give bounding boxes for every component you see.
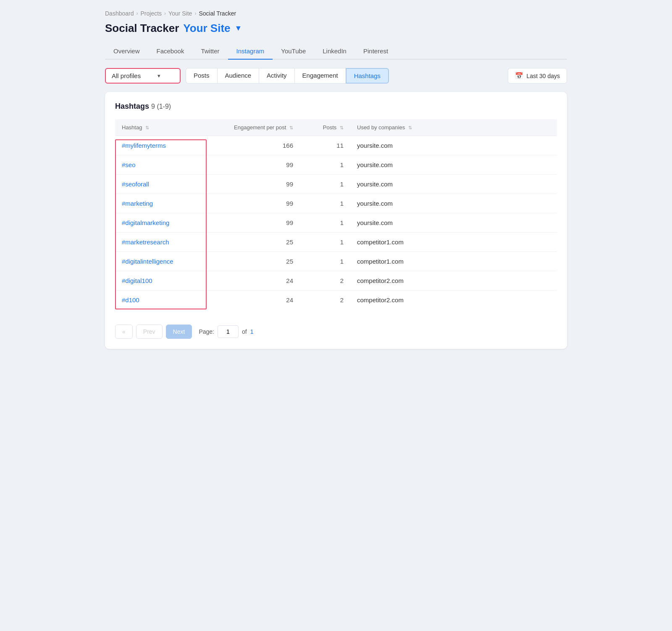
- first-page-button[interactable]: «: [115, 325, 133, 339]
- profiles-dropdown[interactable]: All profiles ▾: [105, 68, 181, 84]
- table-row: #seo991yoursite.com: [115, 155, 557, 175]
- breadcrumb-current: Social Tracker: [199, 10, 236, 17]
- of-label: of: [242, 328, 247, 335]
- hashtag-link[interactable]: #seoforall: [122, 181, 149, 188]
- hashtag-link[interactable]: #digitalintelligence: [122, 258, 173, 265]
- companies-cell: yoursite.com: [350, 175, 557, 194]
- page-title-text: Social Tracker: [105, 22, 179, 35]
- hashtag-cell: #digitalmarketing: [115, 213, 207, 233]
- hashtag-cell: #digitalintelligence: [115, 252, 207, 271]
- hashtag-link[interactable]: #mylifemyterms: [122, 142, 166, 149]
- table-row: #mylifemyterms16611yoursite.com: [115, 136, 557, 155]
- posts-cell: 1: [300, 194, 350, 213]
- hashtag-cell: #d100: [115, 291, 207, 310]
- engagement-cell: 24: [207, 291, 300, 310]
- hashtag-cell: #mylifemyterms: [115, 136, 207, 155]
- breadcrumb-sep-3: ›: [194, 10, 196, 16]
- date-range-label: Last 30 days: [527, 73, 560, 79]
- table-row: #seoforall991yoursite.com: [115, 175, 557, 194]
- engagement-cell: 99: [207, 175, 300, 194]
- hashtag-link[interactable]: #marketresearch: [122, 238, 169, 246]
- engagement-cell: 99: [207, 155, 300, 175]
- sub-tabs: Posts Audience Activity Engagement Hasht…: [186, 68, 389, 84]
- table-header-row: Hashtag ⇅ Engagement per post ⇅ Posts ⇅: [115, 119, 557, 136]
- breadcrumb-yoursite[interactable]: Your Site: [168, 10, 192, 17]
- hashtag-link[interactable]: #digital100: [122, 277, 152, 284]
- page-label: Page:: [199, 328, 214, 335]
- breadcrumb-projects[interactable]: Projects: [141, 10, 162, 17]
- hashtag-link[interactable]: #marketing: [122, 200, 153, 207]
- posts-cell: 1: [300, 175, 350, 194]
- hashtag-cell: #marketing: [115, 194, 207, 213]
- posts-sort-icon[interactable]: ⇅: [340, 125, 344, 131]
- hashtag-cell: #digital100: [115, 271, 207, 291]
- card-title-count: 9 (1-9): [151, 103, 171, 110]
- card-title-text: Hashtags: [115, 102, 149, 110]
- sub-tab-activity[interactable]: Activity: [259, 68, 294, 84]
- prev-page-button[interactable]: Prev: [136, 325, 163, 339]
- nav-youtube[interactable]: YouTube: [273, 43, 314, 60]
- breadcrumb: Dashboard › Projects › Your Site › Socia…: [105, 10, 567, 17]
- col-header-hashtag[interactable]: Hashtag ⇅: [115, 119, 207, 136]
- posts-cell: 11: [300, 136, 350, 155]
- profiles-dropdown-arrow: ▾: [158, 73, 160, 79]
- table-row: #digital100242competitor2.com: [115, 271, 557, 291]
- table-row: #digitalintelligence251competitor1.com: [115, 252, 557, 271]
- col-header-posts[interactable]: Posts ⇅: [300, 119, 350, 136]
- nav-pinterest[interactable]: Pinterest: [355, 43, 396, 60]
- companies-cell: competitor1.com: [350, 233, 557, 252]
- sub-tab-hashtags[interactable]: Hashtags: [346, 68, 389, 84]
- engagement-cell: 99: [207, 194, 300, 213]
- col-header-companies[interactable]: Used by companies ⇅: [350, 119, 557, 136]
- posts-cell: 1: [300, 155, 350, 175]
- main-nav: Overview Facebook Twitter Instagram YouT…: [105, 43, 567, 60]
- companies-sort-icon[interactable]: ⇅: [408, 125, 412, 131]
- toolbar: All profiles ▾ Posts Audience Activity E…: [105, 68, 567, 84]
- companies-cell: competitor2.com: [350, 271, 557, 291]
- hashtag-link[interactable]: #d100: [122, 296, 139, 304]
- page-input[interactable]: [218, 325, 239, 338]
- page-container: Dashboard › Projects › Your Site › Socia…: [105, 10, 567, 349]
- companies-cell: yoursite.com: [350, 155, 557, 175]
- sub-tab-audience[interactable]: Audience: [217, 68, 259, 84]
- breadcrumb-dashboard[interactable]: Dashboard: [105, 10, 134, 17]
- engagement-cell: 24: [207, 271, 300, 291]
- nav-linkedin[interactable]: LinkedIn: [314, 43, 355, 60]
- next-page-button[interactable]: Next: [166, 325, 192, 339]
- engagement-cell: 99: [207, 213, 300, 233]
- companies-cell: yoursite.com: [350, 136, 557, 155]
- nav-instagram[interactable]: Instagram: [228, 43, 273, 60]
- companies-cell: yoursite.com: [350, 213, 557, 233]
- hashtag-link[interactable]: #seo: [122, 161, 136, 168]
- companies-cell: competitor2.com: [350, 291, 557, 310]
- pagination: « Prev Next Page: of 1: [115, 318, 557, 339]
- posts-cell: 1: [300, 233, 350, 252]
- engagement-cell: 25: [207, 252, 300, 271]
- breadcrumb-sep-1: ›: [136, 10, 138, 16]
- card-title: Hashtags 9 (1-9): [115, 102, 557, 111]
- nav-facebook[interactable]: Facebook: [148, 43, 193, 60]
- col-header-engagement[interactable]: Engagement per post ⇅: [207, 119, 300, 136]
- breadcrumb-sep-2: ›: [164, 10, 166, 16]
- table-wrapper: Hashtag ⇅ Engagement per post ⇅ Posts ⇅: [115, 119, 557, 309]
- sub-tab-posts[interactable]: Posts: [186, 68, 217, 84]
- engagement-sort-icon[interactable]: ⇅: [289, 125, 293, 131]
- table-body: #mylifemyterms16611yoursite.com#seo991yo…: [115, 136, 557, 310]
- companies-cell: competitor1.com: [350, 252, 557, 271]
- total-pages: 1: [250, 328, 254, 335]
- date-range-button[interactable]: 📅 Last 30 days: [508, 68, 567, 84]
- hashtag-cell: #marketresearch: [115, 233, 207, 252]
- page-title: Social Tracker Your Site ▼: [105, 22, 567, 35]
- hashtag-cell: #seo: [115, 155, 207, 175]
- table-row: #digitalmarketing991yoursite.com: [115, 213, 557, 233]
- site-name-link[interactable]: Your Site: [183, 22, 230, 35]
- site-name-dropdown-icon[interactable]: ▼: [235, 24, 242, 33]
- nav-twitter[interactable]: Twitter: [192, 43, 228, 60]
- profiles-label: All profiles: [112, 72, 141, 79]
- posts-cell: 1: [300, 213, 350, 233]
- nav-overview[interactable]: Overview: [105, 43, 148, 60]
- hashtag-sort-icon[interactable]: ⇅: [145, 125, 149, 131]
- content-card: Hashtags 9 (1-9) Hashtag ⇅ Engagement pe…: [105, 92, 567, 349]
- sub-tab-engagement[interactable]: Engagement: [294, 68, 346, 84]
- hashtag-link[interactable]: #digitalmarketing: [122, 219, 169, 226]
